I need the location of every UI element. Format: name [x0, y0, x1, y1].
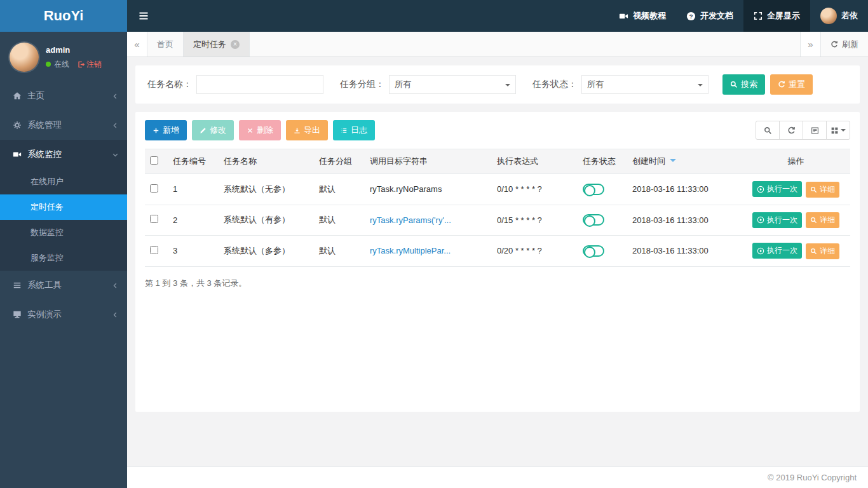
video-tutorial-link[interactable]: 视频教程 [609, 0, 676, 32]
sidebar-item-data-monitor[interactable]: 数据监控 [0, 220, 127, 245]
user-avatar[interactable] [10, 43, 39, 72]
fullscreen-button[interactable]: 全屏显示 [743, 0, 810, 32]
topbar-username: 若依 [841, 10, 858, 22]
sidebar-item-system-tools[interactable]: 系统工具 [0, 271, 127, 300]
tab-home[interactable]: 首页 [147, 32, 184, 57]
search-button[interactable]: 搜索 [722, 74, 765, 95]
sidebar-item-online-users[interactable]: 在线用户 [0, 169, 127, 194]
cell-cron: 0/20 * * * * ? [492, 236, 578, 267]
tabs-scroll-left-button[interactable]: « [127, 32, 147, 57]
logout-link[interactable]: 注销 [78, 59, 102, 70]
detail-button[interactable]: 详细 [806, 212, 839, 228]
run-once-button[interactable]: 执行一次 [752, 181, 802, 197]
refresh-icon [778, 81, 785, 88]
sidebar-item-label: 系统监控 [27, 149, 62, 160]
list-bars-icon [13, 281, 22, 290]
online-dot-icon [46, 62, 51, 67]
status-toggle[interactable] [583, 245, 604, 257]
tab-label: 首页 [157, 39, 173, 50]
sidebar-username: admin [46, 45, 102, 55]
sidebar-item-label: 主页 [27, 90, 44, 102]
play-circle-icon [757, 247, 764, 255]
table-search-toggle-button[interactable] [756, 121, 780, 140]
detail-button[interactable]: 详细 [806, 182, 839, 198]
sidebar-item-home[interactable]: 主页 [0, 81, 127, 111]
tab-bar: « 首页 定时任务 × » 刷新 [127, 32, 868, 57]
row-checkbox[interactable] [150, 215, 158, 223]
run-once-button[interactable]: 执行一次 [752, 243, 802, 259]
top-navbar: 视频教程 ? 开发文档 全屏显示 若依 [127, 0, 868, 32]
sidebar-item-system-management[interactable]: 系统管理 [0, 111, 127, 140]
table-refresh-button[interactable] [779, 121, 803, 140]
tab-scheduled-tasks[interactable]: 定时任务 × [184, 32, 250, 57]
sidebar-user-panel: admin 在线 注销 [0, 32, 127, 81]
search-icon [810, 248, 817, 255]
detail-label: 详细 [820, 184, 835, 195]
dev-docs-label: 开发文档 [700, 10, 733, 22]
dev-docs-link[interactable]: ? 开发文档 [676, 0, 743, 32]
row-checkbox[interactable] [150, 184, 158, 193]
add-button[interactable]: 新增 [145, 120, 187, 140]
task-status-value: 所有 [587, 79, 604, 90]
edit-button[interactable]: 修改 [192, 120, 234, 140]
cell-task-group: 默认 [314, 236, 365, 267]
status-toggle[interactable] [583, 214, 604, 226]
table-row: 2 系统默认（有参） 默认 ryTask.ryParams('ry'... 0/… [145, 205, 850, 236]
sidebar-item-service-monitor[interactable]: 服务监控 [0, 245, 127, 271]
cell-task-group: 默认 [314, 205, 365, 236]
caret-down-icon [841, 129, 846, 134]
run-once-label: 执行一次 [767, 184, 797, 194]
status-toggle[interactable] [583, 184, 604, 195]
tab-refresh-button[interactable]: 刷新 [820, 32, 868, 57]
cell-invoke-target-link[interactable]: ryTask.ryMultiplePar... [365, 236, 492, 267]
sidebar-group-system-monitor: 系统监控 在线用户 定时任务 数据监控 服务监控 [0, 140, 127, 271]
run-once-button[interactable]: 执行一次 [752, 212, 802, 228]
task-name-input[interactable] [196, 75, 323, 94]
table-row: 3 系统默认（多参） 默认 ryTask.ryMultiplePar... 0/… [145, 236, 850, 267]
user-menu[interactable]: 若依 [810, 0, 868, 32]
task-status-select[interactable]: 所有 [581, 75, 709, 94]
tab-close-icon[interactable]: × [231, 40, 240, 49]
sidebar-item-label: 实例演示 [27, 309, 62, 320]
video-camera-icon [619, 11, 628, 21]
cell-task-name: 系统默认（有参） [219, 205, 314, 236]
cell-create-time: 2018-03-16 11:33:00 [627, 174, 742, 205]
brand-logo[interactable]: RuoYi [0, 0, 127, 32]
table-detail-view-button[interactable] [803, 121, 827, 140]
log-button[interactable]: 日志 [333, 120, 375, 140]
search-icon [810, 186, 817, 193]
header-invoke-target: 调用目标字符串 [365, 149, 492, 174]
sidebar-toggle-button[interactable] [127, 11, 160, 21]
detail-button[interactable]: 详细 [806, 243, 839, 259]
topbar-avatar [820, 8, 837, 24]
table-columns-button[interactable] [826, 121, 850, 140]
desktop-icon [13, 310, 22, 319]
cell-create-time: 2018-03-16 11:33:00 [627, 236, 742, 267]
sidebar-item-demo[interactable]: 实例演示 [0, 300, 127, 329]
table-header-row: 任务编号 任务名称 任务分组 调用目标字符串 执行表达式 任务状态 创建时间 操… [145, 149, 850, 174]
cell-task-id: 2 [168, 205, 219, 236]
page-content: 任务名称： 任务分组： 所有 任务状态： 所有 搜索 重置 [127, 57, 868, 466]
cell-task-group: 默认 [314, 174, 365, 205]
header-create-time[interactable]: 创建时间 [627, 149, 742, 174]
online-status-label: 在线 [54, 59, 69, 70]
task-table-card: 新增 修改 删除 导出 [135, 112, 860, 412]
table-row: 1 系统默认（无参） 默认 ryTask.ryNoParams 0/10 * *… [145, 174, 850, 205]
search-icon [810, 217, 817, 224]
cell-invoke-target-link[interactable]: ryTask.ryParams('ry'... [365, 205, 492, 236]
refresh-icon [831, 41, 838, 48]
sidebar-item-scheduled-tasks[interactable]: 定时任务 [0, 194, 127, 220]
sidebar-item-label: 系统工具 [27, 280, 62, 291]
sidebar-item-system-monitor[interactable]: 系统监控 [0, 140, 127, 169]
reset-button[interactable]: 重置 [770, 74, 813, 95]
delete-button[interactable]: 删除 [239, 120, 281, 140]
chevron-left-icon [112, 93, 119, 100]
tabs-scroll-right-button[interactable]: » [800, 32, 820, 57]
header-task-id: 任务编号 [168, 149, 219, 174]
select-all-checkbox[interactable] [150, 156, 158, 165]
play-circle-icon [757, 216, 764, 224]
cell-cron: 0/10 * * * * ? [492, 174, 578, 205]
export-button[interactable]: 导出 [286, 120, 328, 140]
row-checkbox[interactable] [150, 246, 158, 254]
task-group-select[interactable]: 所有 [389, 75, 516, 94]
